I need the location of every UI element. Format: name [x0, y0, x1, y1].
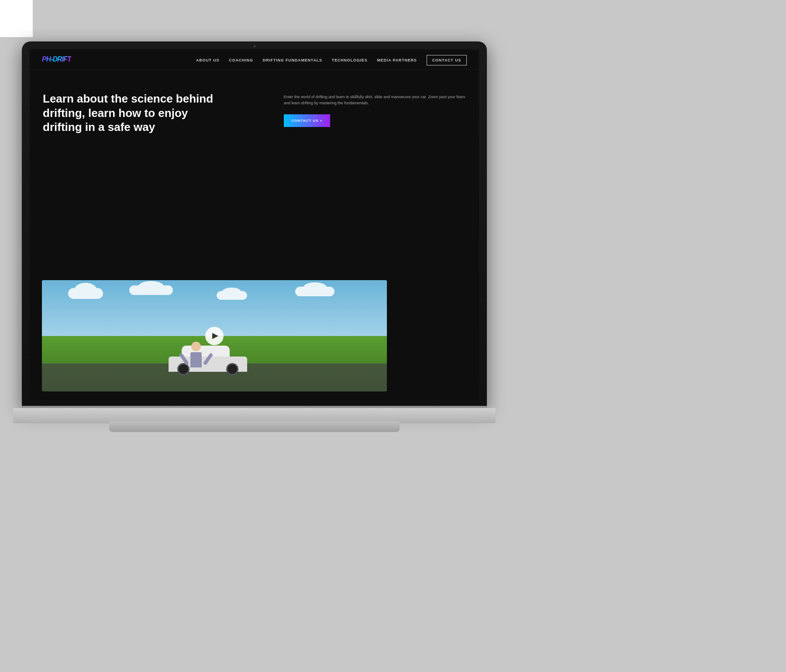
- camera-dot: [253, 45, 256, 48]
- site-logo[interactable]: PH-DRIFT: [42, 55, 71, 63]
- cloud-2: [129, 285, 173, 295]
- nav-item-drifting-fundamentals[interactable]: DRIFTING FUNDAMENTALS: [263, 58, 322, 62]
- laptop-screen: PH-DRIFT ABOUT US COACHING DRIFTING FUND…: [30, 49, 479, 400]
- person-head: [191, 342, 201, 351]
- video-container: [42, 280, 387, 391]
- cloud-1: [68, 288, 103, 299]
- nav-item-about-us[interactable]: ABOUT US: [196, 58, 219, 62]
- cloud-4: [295, 287, 334, 296]
- nav-item-technologies[interactable]: TECHNOLOGIES: [332, 58, 368, 62]
- car-wheel-left: [177, 363, 190, 375]
- hero-contact-us-button[interactable]: CONTACT US >: [284, 114, 331, 127]
- hero-section: Learn about the science behind drifting,…: [30, 70, 479, 280]
- nav-contact-us-button[interactable]: CONTACT US: [427, 55, 467, 65]
- nav-item-media-partners[interactable]: MEDIA PARTNERS: [377, 58, 417, 62]
- hero-right-column: Enter the world of drifting and learn to…: [284, 92, 466, 127]
- video-play-button[interactable]: [205, 327, 224, 345]
- cloud-3: [217, 291, 247, 300]
- nav-links-list: ABOUT US COACHING DRIFTING FUNDAMENTALS …: [196, 55, 467, 63]
- person-graphic: [190, 342, 202, 367]
- hero-left-column: Learn about the science behind drifting,…: [43, 92, 271, 134]
- laptop-mockup: PH-DRIFT ABOUT US COACHING DRIFTING FUND…: [22, 41, 502, 469]
- laptop-lid: PH-DRIFT ABOUT US COACHING DRIFTING FUND…: [22, 41, 487, 408]
- laptop-foot: [109, 421, 400, 432]
- navigation: PH-DRIFT ABOUT US COACHING DRIFTING FUND…: [30, 49, 479, 70]
- nav-item-coaching[interactable]: COACHING: [229, 58, 253, 62]
- car-wheel-right: [226, 363, 238, 375]
- hero-description: Enter the world of drifting and learn to…: [284, 94, 466, 106]
- hero-title: Learn about the science behind drifting,…: [43, 92, 271, 134]
- hero-title-line1: Learn about the science behind: [43, 92, 213, 105]
- website-content: PH-DRIFT ABOUT US COACHING DRIFTING FUND…: [30, 49, 479, 400]
- video-section: [30, 280, 479, 400]
- play-triangle-icon: [212, 333, 218, 339]
- hero-title-line3: drifting in a safe way: [43, 120, 155, 134]
- person-body: [190, 352, 202, 367]
- white-rect-decoration: [0, 0, 33, 37]
- hero-title-line2: drifting, learn how to enjoy: [43, 106, 188, 120]
